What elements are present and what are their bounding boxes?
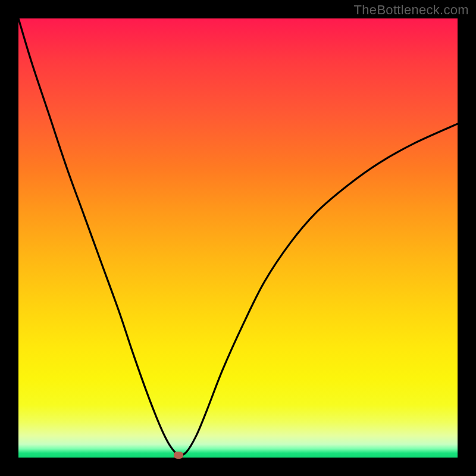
bottleneck-curve — [18, 18, 458, 458]
chart-frame: TheBottleneck.com — [0, 0, 476, 476]
minimum-marker — [174, 452, 183, 459]
plot-area — [18, 18, 458, 458]
watermark-text: TheBottleneck.com — [354, 2, 469, 18]
